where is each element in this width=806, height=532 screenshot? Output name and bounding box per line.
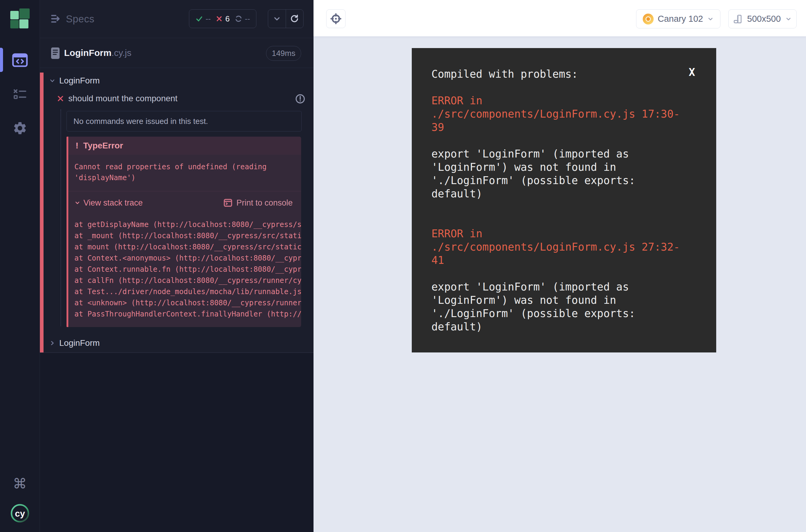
chevron-down-icon — [49, 77, 56, 84]
logo-square — [10, 20, 19, 28]
stack-trace-line: at PassThroughHandlerContext.finallyHand… — [74, 309, 301, 320]
error-body-line: default) — [431, 320, 699, 334]
compile-error-2: ERROR in ./src/components/LoginForm.cy.j… — [431, 227, 699, 334]
stack-trace-line: at Test.../driver/node_modules/mocha/lib… — [74, 286, 301, 298]
webpack-error-overlay: X Compiled with problems: ERROR in ./src… — [412, 48, 716, 353]
logo-square — [19, 19, 29, 28]
chevron-down-icon — [707, 16, 714, 22]
stack-trace-line: at mount (http://localhost:8080/__cypres… — [74, 242, 301, 253]
error-type: TypeError — [83, 141, 123, 151]
view-stack-trace-toggle[interactable]: View stack trace — [74, 198, 143, 208]
error-message: Cannot read properties of undefined (rea… — [68, 155, 301, 191]
stat-failed: 6 — [215, 14, 229, 23]
spacer — [431, 134, 699, 147]
error-body-line: 'LoginForm') was not found in — [431, 160, 699, 174]
browser-select-label: Canary 102 — [658, 14, 703, 24]
error-header: ! TypeError — [68, 137, 301, 155]
nav-specs-button[interactable] — [0, 51, 40, 70]
logo-square — [10, 11, 19, 19]
test-failed-x-icon — [57, 95, 64, 102]
exclamation-icon: ! — [76, 141, 78, 151]
refresh-icon — [290, 14, 299, 23]
suite-name: LoginForm — [59, 76, 100, 86]
specs-list-icon — [50, 13, 62, 24]
ruler-icon — [733, 14, 743, 24]
error-body-line: export 'LoginForm' (imported as — [431, 280, 699, 293]
stat-pending: -- — [235, 14, 250, 23]
test-row-should-mount[interactable]: should mount the component — [40, 90, 314, 108]
spec-file-icon — [51, 47, 60, 59]
view-stack-trace-label: View stack trace — [83, 198, 143, 208]
nav-runs-button[interactable] — [0, 87, 40, 102]
cypress-app-window: ⌘ cy — [0, 0, 806, 532]
overlay-title: Compiled with problems: — [431, 68, 699, 81]
stat-passed: -- — [195, 14, 211, 23]
reporter-panel: Specs -- 6 -- — [40, 0, 314, 532]
chevron-right-icon — [49, 340, 56, 346]
cypress-app-logo-icon[interactable] — [10, 8, 30, 28]
cypress-logo-button[interactable]: cy — [0, 502, 40, 524]
print-to-console-label: Print to console — [237, 198, 293, 208]
cross-icon — [215, 15, 223, 22]
stack-trace-line: at _mount (http://localhost:8080/__cypre… — [74, 230, 301, 242]
console-icon — [223, 198, 233, 208]
suite-name: LoginForm — [59, 338, 100, 348]
command-icon: ⌘ — [13, 475, 27, 492]
error-heading-line: 39 — [431, 120, 699, 134]
stack-trace-line: at Context.runnable.fn (http://localhost… — [74, 264, 301, 275]
chevron-down-icon — [785, 16, 792, 22]
print-to-console-button[interactable]: Print to console — [223, 198, 293, 208]
viewport-select[interactable]: 500x500 — [728, 10, 796, 28]
suite-row-loginform[interactable]: LoginForm — [40, 72, 314, 90]
error-body-line: 'LoginForm') was not found in — [431, 293, 699, 307]
selector-playground-button[interactable] — [326, 10, 345, 28]
test-name: should mount the component — [68, 94, 177, 103]
error-heading-line: ERROR in — [431, 227, 699, 240]
keyboard-shortcuts-button[interactable]: ⌘ — [0, 475, 40, 492]
stack-trace-line: at <unknown> (http://localhost:8080/__cy… — [74, 298, 301, 309]
suite-row-loginform-collapsed[interactable]: LoginForm — [40, 334, 314, 353]
error-body-line: export 'LoginForm' (imported as — [431, 147, 699, 160]
stack-trace: at getDisplayName (http://localhost:8080… — [68, 214, 301, 327]
stack-trace-line: at getDisplayName (http://localhost:8080… — [74, 219, 301, 230]
collapse-all-button[interactable] — [268, 10, 286, 28]
spec-file-row[interactable]: LoginForm.cy.js 149ms — [40, 38, 314, 68]
window-code-icon — [12, 53, 28, 67]
chrome-canary-icon — [643, 14, 654, 24]
spec-file-extension: .cy.js — [112, 48, 132, 58]
error-body-line: './LoginForm' (possible exports: — [431, 307, 699, 320]
no-commands-note: No commands were issued in this test. — [67, 111, 302, 132]
reporter-empty-area — [40, 353, 314, 532]
gear-icon — [13, 120, 27, 136]
spec-file-basename: LoginForm — [64, 48, 112, 58]
aut-toolbar: Canary 102 500x500 — [314, 0, 806, 37]
browser-select[interactable]: Canary 102 — [636, 10, 720, 28]
pending-count: -- — [245, 14, 250, 23]
chevron-down-icon — [273, 15, 281, 23]
spec-file-name: LoginForm.cy.js — [64, 38, 132, 68]
error-heading-line: ./src/components/LoginForm.cy.js 17:30- — [431, 107, 699, 120]
stack-trace-line: at Context.<anonymous> (http://localhost… — [74, 253, 301, 264]
error-body-line: './LoginForm' (possible exports: — [431, 174, 699, 187]
cy-logo-text: cy — [15, 509, 25, 518]
check-icon — [195, 15, 203, 23]
crosshair-icon — [330, 13, 342, 25]
test-indent-guide — [60, 110, 61, 326]
error-message-line: 'displayName') — [74, 172, 296, 183]
error-actions-row: View stack trace Print to console — [68, 191, 301, 214]
failed-suite-indicator-strip — [40, 73, 43, 353]
test-results-list-icon — [13, 88, 27, 100]
aut-area: Canary 102 500x500 X Compiled with probl… — [314, 0, 806, 532]
reporter-actions — [268, 10, 303, 28]
error-message-line: Cannot read properties of undefined (rea… — [74, 162, 296, 172]
stack-trace-line: at callFn (http://localhost:8080/__cypre… — [74, 275, 301, 286]
spacer — [431, 267, 699, 280]
error-heading-line: 41 — [431, 253, 699, 267]
rerun-tests-button[interactable] — [286, 10, 303, 28]
nav-settings-button[interactable] — [0, 120, 40, 137]
warning-circle-icon[interactable] — [295, 94, 305, 104]
error-heading-line: ./src/components/LoginForm.cy.js 27:32- — [431, 240, 699, 253]
error-heading-line: ERROR in — [431, 94, 699, 107]
viewport-select-label: 500x500 — [747, 14, 781, 24]
pending-icon — [235, 15, 242, 23]
